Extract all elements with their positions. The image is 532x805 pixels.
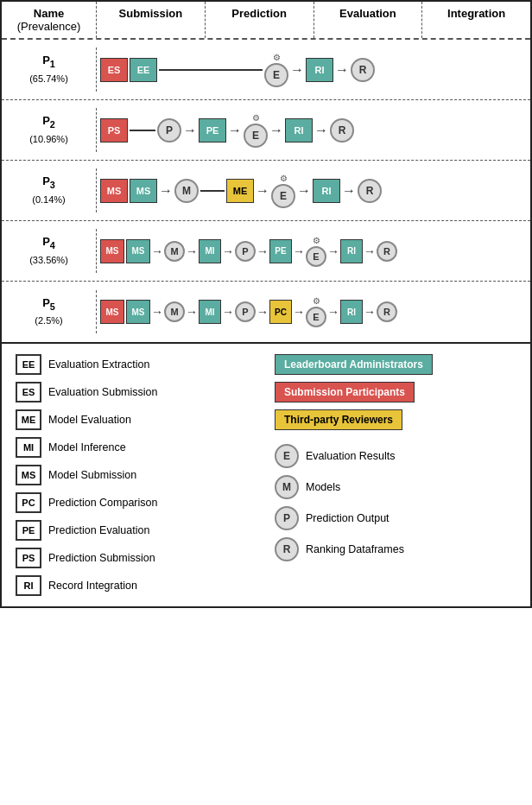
e-circle: E [306,246,326,267]
p-circle: P [235,301,256,322]
ri-box: RI [340,239,363,263]
m-legend-circle: M [275,475,299,499]
legend: EE Evaluation Extraction ES Evaluation S… [0,344,532,608]
arrow: → [340,183,358,199]
ee-label: EE [16,354,41,375]
table-row: P3(0.14%) MS MS → M ME → ⚙ E → RI → R [2,161,530,221]
row-name-p1: P1(65.74%) [2,48,97,92]
pe-box: PE [269,239,292,263]
m-circle: M [164,241,185,262]
p-circle-label: Prediction Output [306,512,390,524]
e-circle: E [244,124,268,148]
row-name-p2: P2(10.96%) [2,108,97,152]
es-box: ES [100,58,128,82]
arrow: → [268,123,285,138]
e-circle-wrapper-p5: ⚙ E [306,296,326,327]
pc-text: Prediction Comparison [48,497,157,509]
ms-box2: MS [130,179,157,203]
ms-box1: MS [100,179,128,203]
table-row: P4(33.56%) MS MS → M → MI → P → PE → ⚙ E [2,221,530,282]
r-circle: R [377,301,397,322]
arrow: → [288,62,306,78]
legend-colors-circles: Leaderboard Administrators Submission Pa… [275,354,516,596]
col-integration-header: Integration [422,2,530,38]
mi-box: MI [199,300,221,324]
leaderboard-color-box: Leaderboard Administrators [275,354,433,375]
ri-text: Record Integration [48,580,137,592]
mi-box: MI [199,239,221,263]
arrow: → [313,123,330,138]
legend-item-ps: PS Prediction Submission [16,548,257,568]
pe-text: Prediction Evaluation [48,524,149,536]
p-legend-circle: P [275,506,299,530]
es-label: ES [16,382,41,402]
ms-box1: MS [100,300,124,324]
ms-box2: MS [126,300,150,324]
ee-box: EE [130,58,157,82]
r-circle: R [377,241,397,262]
pe-label: PE [16,520,41,541]
e-circle-wrapper-p4: ⚙ E [306,236,326,267]
ms-label: MS [16,465,41,485]
es-text: Evaluation Submission [48,386,157,398]
thirdparty-color-box: Third-party Reviewers [275,409,402,430]
legend-color-teal: Leaderboard Administrators [275,354,516,375]
legend-circle-p: P Prediction Output [275,506,516,530]
gear-icon: ⚙ [273,53,281,62]
mi-label: MI [16,437,41,458]
ri-box: RI [313,179,340,203]
r-legend-circle: R [275,537,299,561]
submission-color-box: Submission Participants [275,382,415,402]
e-circle: E [264,63,288,87]
pipeline-p4: MS MS → M → MI → P → PE → ⚙ E → RI → R [97,229,530,274]
col-evaluation-header: Evaluation [314,2,423,38]
mi-text: Model Inference [48,441,126,453]
pc-label: PC [16,492,41,513]
legend-item-es: ES Evaluation Submission [16,382,257,402]
ee-text: Evaluation Extraction [48,358,149,371]
legend-item-ee: EE Evaluation Extraction [16,354,257,375]
col-prediction-header: Prediction [206,2,314,38]
e-circle-wrapper-p3: ⚙ E [271,174,295,208]
pc-box: PC [269,300,292,324]
pipeline-p5: MS MS → M → MI → P → PC → ⚙ E → RI → R [97,289,530,334]
gear-icon: ⚙ [280,174,288,183]
legend-item-pe: PE Prediction Evaluation [16,520,257,541]
e-circle-wrapper-p2: ⚙ E [244,113,268,148]
m-circle-label: Models [306,481,340,493]
arrow: → [333,62,351,78]
gear-icon: ⚙ [313,236,320,245]
ri-label: RI [16,575,41,596]
ri-box: RI [340,300,363,324]
ms-box2: MS [126,239,150,263]
ri-box: RI [306,58,333,82]
legend-item-ri: RI Record Integration [16,575,257,596]
p-circle: P [235,241,256,262]
legend-item-ms: MS Model Submission [16,465,257,485]
legend-item-me: ME Model Evaluation [16,409,257,430]
pe-box: PE [199,118,226,143]
row-name-p4: P4(33.56%) [2,229,97,273]
pipeline-p3: MS MS → M ME → ⚙ E → RI → R [97,167,530,215]
legend-item-pc: PC Prediction Comparison [16,492,257,513]
legend-color-red: Submission Participants [275,382,516,402]
m-circle: M [174,179,199,203]
arrow: → [226,123,244,138]
legend-circle-e: E Evaluation Results [275,444,516,468]
table-row: P5(2.5%) MS MS → M → MI → P → PC → ⚙ E → [2,282,530,342]
me-text: Model Evaluation [48,414,131,426]
me-box: ME [226,179,254,203]
ms-text: Model Submission [48,469,136,481]
table-row: P1(65.74%) ES EE ⚙ E → RI → R [2,40,530,100]
arrow: → [295,183,313,199]
p-circle: P [157,118,181,143]
ri-box: RI [285,118,313,143]
gear-icon: ⚙ [313,296,320,306]
me-label: ME [16,409,41,430]
ps-text: Prediction Submission [48,552,155,564]
e-circle-label: Evaluation Results [306,450,396,462]
legend-item-mi: MI Model Inference [16,437,257,458]
legend-circle-m: M Models [275,475,516,499]
e-legend-circle: E [275,444,299,468]
ms-box1: MS [100,239,124,263]
